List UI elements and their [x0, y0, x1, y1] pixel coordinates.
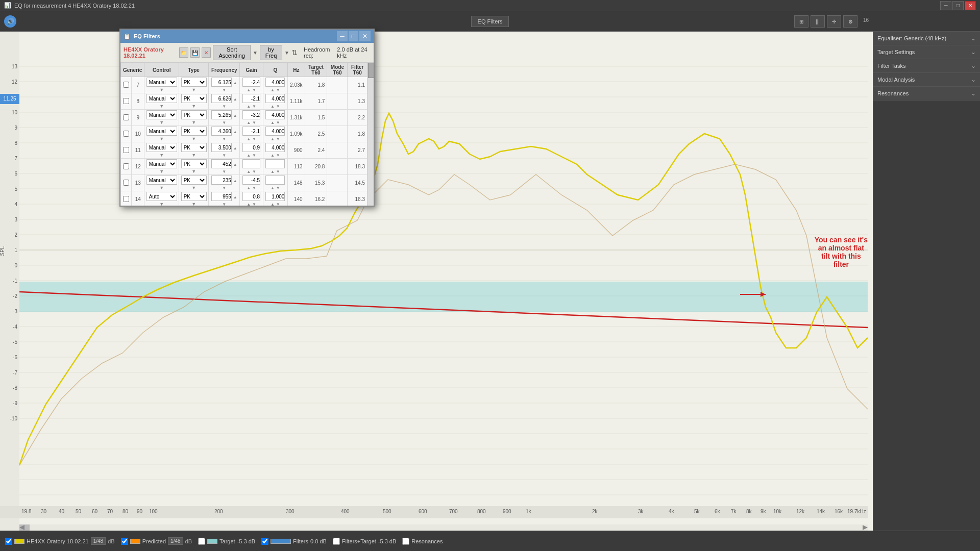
panel-modal-header[interactable]: Modal Analysis ⌄ — [873, 73, 980, 86]
row-gain-input[interactable] — [242, 143, 260, 152]
row-gain-input[interactable] — [242, 127, 260, 136]
row-control-select[interactable]: Manual Auto — [146, 78, 177, 87]
row-q-spinner-up[interactable]: ▲ — [271, 202, 275, 206]
row-freq-spinner-down[interactable]: ▼ — [222, 186, 226, 190]
row-q-spinner-up[interactable]: ▲ — [271, 169, 275, 174]
settings-icon[interactable]: ⚙ — [843, 15, 857, 28]
filters-checkbox[interactable] — [261, 538, 268, 545]
row-q-spinner-down[interactable]: ▼ — [276, 153, 280, 158]
row-control-select[interactable]: Manual Auto — [146, 176, 177, 185]
resonances-checkbox[interactable] — [402, 538, 409, 545]
row-type-select[interactable]: PK HSQ None LS HS — [181, 110, 207, 119]
row-q-spinner-up[interactable]: ▲ — [271, 137, 275, 141]
row-checkbox[interactable] — [123, 196, 129, 202]
row-freq-spinner-down[interactable]: ▼ — [222, 137, 226, 141]
row-q-input[interactable] — [265, 192, 285, 201]
row-type-select[interactable]: PK HSQ None LS HS — [181, 78, 207, 87]
row-gain-spinner-up[interactable]: ▲ — [247, 186, 251, 190]
eq-dialog-titlebar[interactable]: 📋 EQ Filters ─ □ ✕ — [120, 30, 374, 43]
row-freq-input[interactable] — [211, 176, 232, 185]
row-gain-spinner-up[interactable]: ▲ — [247, 137, 251, 141]
row-q-spinner-up[interactable]: ▲ — [271, 120, 275, 125]
row-freq-spinner-down[interactable]: ▼ — [222, 88, 226, 92]
row-checkbox[interactable] — [123, 180, 129, 186]
row-freq-spinner-up[interactable]: ▲ — [233, 130, 237, 134]
panel-target-header[interactable]: Target Settings ⌄ — [873, 45, 980, 59]
by-freq-button[interactable]: by Freq — [260, 45, 282, 60]
row-gain-input[interactable] — [242, 78, 260, 87]
sort-ascending-button[interactable]: Sort Ascending — [213, 45, 251, 60]
row-q-spinner-down[interactable]: ▼ — [276, 186, 280, 190]
row-gain-spinner-up[interactable]: ▲ — [247, 153, 251, 158]
row-freq-input[interactable] — [211, 78, 232, 87]
panel-resonances-header[interactable]: Resonances ⌄ — [873, 87, 980, 100]
row-control-select[interactable]: Manual Auto — [146, 192, 177, 201]
row-q-input[interactable] — [265, 159, 285, 168]
row-q-input[interactable] — [265, 110, 285, 119]
columns-icon[interactable]: ||| — [811, 15, 825, 28]
row-checkbox[interactable] — [123, 147, 129, 153]
row-checkbox[interactable] — [123, 82, 129, 88]
swap-icon[interactable]: ⇅ — [291, 48, 298, 57]
row-gain-spinner-up[interactable]: ▲ — [247, 169, 251, 174]
row-type-select[interactable]: PK HSQ None LS HS — [181, 192, 207, 201]
row-freq-spinner-up[interactable]: ▲ — [233, 179, 237, 183]
row-q-spinner-down[interactable]: ▼ — [276, 88, 280, 92]
row-control-select[interactable]: Manual Auto — [146, 110, 177, 119]
row-freq-input[interactable] — [211, 159, 232, 168]
row-gain-input[interactable] — [242, 110, 260, 119]
row-q-input[interactable] — [265, 78, 285, 87]
grid-icon[interactable]: ⊞ — [794, 15, 808, 28]
row-q-spinner-down[interactable]: ▼ — [276, 202, 280, 206]
row-freq-spinner-up[interactable]: ▲ — [233, 113, 237, 118]
row-type-select[interactable]: PK HSQ None LS HS — [181, 94, 207, 103]
row-control-select[interactable]: Manual Auto — [146, 94, 177, 103]
he4xx-checkbox[interactable] — [5, 538, 12, 545]
sort-dropdown-arrow[interactable]: ▼ — [253, 50, 258, 56]
dialog-close-btn[interactable]: ✕ — [359, 31, 371, 41]
row-type-select[interactable]: PK HSQ None LS HS — [181, 143, 207, 152]
row-freq-spinner-down[interactable]: ▼ — [222, 120, 226, 125]
filters-target-checkbox[interactable] — [333, 538, 340, 545]
eq-scrollbar-thumb[interactable] — [368, 63, 374, 78]
row-freq-input[interactable] — [211, 94, 232, 103]
row-type-select[interactable]: PK HSQ None LS HS — [181, 127, 207, 136]
row-checkbox[interactable] — [123, 114, 129, 120]
panel-filters-header[interactable]: Filter Tasks ⌄ — [873, 59, 980, 72]
eq-table-scroll[interactable]: Generic Control Type Frequency Gain Q Hz… — [120, 63, 368, 206]
row-gain-spinner-down[interactable]: ▼ — [252, 153, 256, 158]
row-type-select[interactable]: PK HSQ None LS HS — [181, 159, 207, 168]
row-freq-input[interactable] — [211, 110, 232, 119]
row-checkbox[interactable] — [123, 131, 129, 137]
row-control-select[interactable]: Manual Auto — [146, 143, 177, 152]
row-gain-input[interactable] — [242, 94, 260, 103]
row-freq-spinner-down[interactable]: ▼ — [222, 104, 226, 109]
row-checkbox[interactable] — [123, 163, 129, 169]
row-gain-spinner-down[interactable]: ▼ — [252, 137, 256, 141]
row-control-select[interactable]: Manual Auto — [146, 159, 177, 168]
row-q-spinner-up[interactable]: ▲ — [271, 104, 275, 109]
row-gain-spinner-down[interactable]: ▼ — [252, 88, 256, 92]
eq-delete-btn[interactable]: ✕ — [202, 47, 211, 58]
close-btn[interactable]: ✕ — [965, 1, 976, 10]
row-freq-spinner-up[interactable]: ▲ — [233, 81, 237, 85]
row-gain-spinner-down[interactable]: ▼ — [252, 186, 256, 190]
row-q-spinner-up[interactable]: ▲ — [271, 88, 275, 92]
row-gain-spinner-up[interactable]: ▲ — [247, 202, 251, 206]
panel-equaliser-header[interactable]: Equaliser: Generic (48 kHz) ⌄ — [873, 32, 980, 45]
move-icon[interactable]: ✛ — [827, 15, 841, 28]
row-gain-spinner-down[interactable]: ▼ — [252, 169, 256, 174]
row-q-input[interactable] — [265, 143, 285, 152]
eq-filters-button[interactable]: EQ Filters — [471, 16, 509, 27]
row-q-spinner-up[interactable]: ▲ — [271, 153, 275, 158]
row-checkbox[interactable] — [123, 98, 129, 104]
dialog-maximize-btn[interactable]: □ — [349, 31, 358, 41]
row-gain-spinner-down[interactable]: ▼ — [252, 120, 256, 125]
row-gain-spinner-down[interactable]: ▼ — [252, 104, 256, 109]
row-q-input[interactable] — [265, 176, 285, 185]
row-gain-input[interactable] — [242, 176, 260, 185]
minimize-btn[interactable]: ─ — [940, 1, 951, 10]
row-freq-spinner-up[interactable]: ▲ — [233, 97, 237, 102]
row-freq-spinner-down[interactable]: ▼ — [222, 202, 226, 206]
maximize-btn[interactable]: □ — [952, 1, 964, 10]
